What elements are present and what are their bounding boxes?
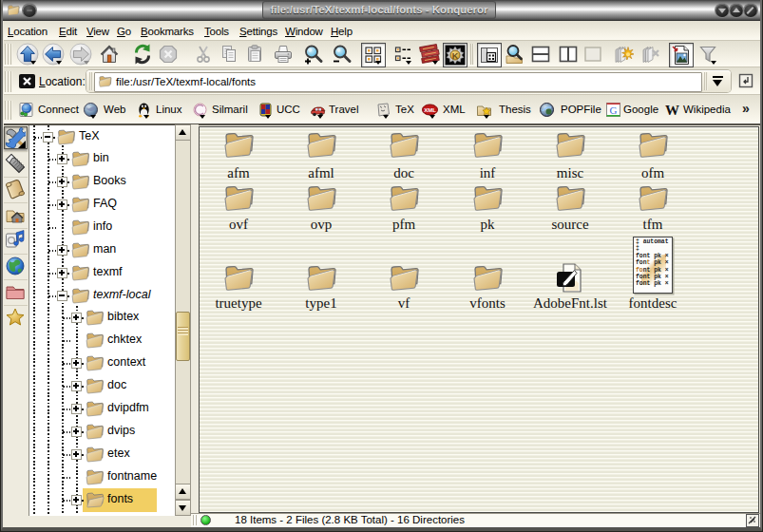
svg-text:K: K [452,51,459,61]
svg-text:G: G [610,104,618,116]
svg-text:W: W [665,103,679,118]
svg-text:XML: XML [424,107,436,113]
